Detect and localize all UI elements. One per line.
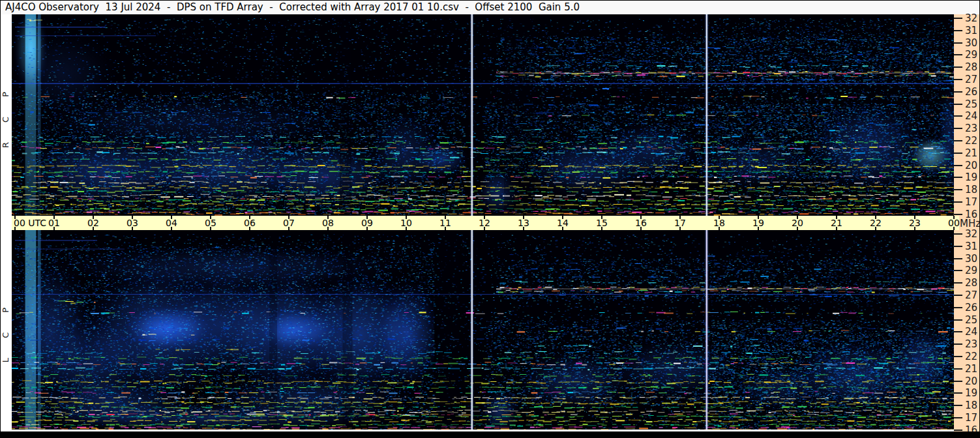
title-bar: AJ4CO Observatory 13 Jul 2024 - DPS on T…: [1, 1, 979, 14]
frequency-tick-label: 25: [965, 315, 979, 325]
time-tick-label: 19: [752, 218, 764, 228]
frequency-tick-label: 21: [965, 364, 979, 374]
time-tick-label: 20: [792, 218, 803, 228]
frequency-tick: [954, 177, 962, 178]
frequency-tick: [954, 319, 962, 321]
frequency-tick: [954, 282, 962, 284]
frequency-tick: [954, 140, 962, 141]
frequency-tick: [954, 392, 962, 394]
frequency-tick-label: 17: [965, 413, 979, 423]
time-tick-label: 16: [635, 218, 647, 228]
time-tick-label: 05: [205, 218, 216, 228]
time-tick-label: 10: [400, 218, 412, 228]
frequency-tick-label: 28: [965, 278, 979, 288]
time-tick-label: 15: [596, 218, 608, 228]
frequency-tick: [954, 295, 962, 296]
lcp-panel-label: L C P: [1, 292, 12, 370]
rcp-spectrogram: [12, 14, 954, 216]
frequency-tick-label: 31: [965, 25, 979, 36]
time-tick-label: 22: [870, 218, 882, 228]
time-tick-label: 03: [126, 218, 138, 228]
time-tick-label: 01: [48, 218, 60, 228]
frequency-tick: [954, 258, 962, 259]
frequency-tick: [954, 66, 962, 68]
frequency-tick-label: 19: [965, 172, 979, 182]
dps-spectrograph-window: AJ4CO Observatory 13 Jul 2024 - DPS on T…: [0, 0, 980, 438]
frequency-tick-label: 26: [965, 302, 979, 313]
frequency-tick: [954, 405, 962, 406]
frequency-tick: [954, 189, 962, 190]
frequency-tick-label: 27: [965, 74, 979, 85]
time-tick-label: 06: [244, 218, 256, 228]
frequency-tick: [954, 165, 962, 166]
window-title: AJ4CO Observatory 13 Jul 2024 - DPS on T…: [1, 1, 580, 14]
frequency-tick: [954, 246, 962, 247]
time-tick-label: 12: [479, 218, 490, 228]
frequency-tick-label: 24: [965, 327, 979, 337]
frequency-tick-label: 30: [965, 254, 979, 264]
time-tick-label: 17: [674, 218, 686, 228]
frequency-tick-label: 32: [965, 229, 979, 239]
frequency-tick-label: 25: [965, 99, 979, 110]
frequency-tick: [954, 115, 962, 117]
time-tick-label: 02: [87, 218, 99, 228]
frequency-tick: [954, 430, 962, 431]
frequency-tick-label: 22: [965, 136, 979, 146]
frequency-axis-rcp: 3231302928272625242322212019181716: [954, 14, 980, 216]
frequency-tick-label: 26: [965, 87, 979, 97]
time-tick-label: 21: [831, 218, 842, 228]
time-tick-label: 09: [361, 218, 373, 228]
frequency-tick-label: 23: [965, 123, 979, 134]
frequency-tick-label: 29: [965, 50, 979, 60]
frequency-tick: [954, 381, 962, 382]
frequency-tick: [954, 30, 962, 31]
time-tick-label: 08: [322, 218, 334, 228]
frequency-tick: [954, 128, 962, 129]
frequency-unit-label: MHz: [960, 218, 980, 229]
frequency-tick: [954, 233, 962, 235]
frequency-tick-label: 32: [965, 13, 979, 23]
frequency-tick-label: 27: [965, 290, 979, 300]
bottom-strip: [1, 431, 979, 438]
frequency-tick-label: 19: [965, 388, 979, 398]
time-tick-label: 13: [518, 218, 529, 228]
frequency-tick-label: 18: [965, 400, 979, 411]
lcp-spectrogram: [12, 230, 954, 430]
frequency-tick-label: 20: [965, 160, 979, 171]
frequency-tick: [954, 79, 962, 80]
frequency-tick: [954, 356, 962, 357]
frequency-tick-label: 24: [965, 111, 979, 121]
frequency-tick: [954, 270, 962, 271]
frequency-axis-lcp: 3231302928272625242322212019181716: [954, 230, 980, 431]
frequency-tick: [954, 91, 962, 93]
frequency-tick-label: 17: [965, 197, 979, 207]
frequency-tick: [954, 104, 962, 105]
frequency-tick-label: 31: [965, 241, 979, 252]
frequency-tick: [954, 201, 962, 203]
frequency-tick: [954, 153, 962, 154]
rcp-panel-label: R C P: [1, 77, 12, 155]
frequency-tick: [954, 214, 962, 215]
frequency-tick-label: 18: [965, 184, 979, 195]
time-tick-label: 07: [283, 218, 295, 228]
frequency-tick: [954, 343, 962, 345]
frequency-tick: [954, 331, 962, 332]
frequency-tick-label: 30: [965, 38, 979, 48]
frequency-tick-label: 20: [965, 376, 979, 387]
frequency-tick: [954, 54, 962, 55]
frequency-tick: [954, 307, 962, 308]
time-tick-label: 14: [557, 218, 569, 228]
time-tick-label: 00 UTC: [14, 218, 46, 228]
frequency-tick: [954, 368, 962, 370]
frequency-tick-label: 29: [965, 265, 979, 276]
frequency-tick-label: 22: [965, 351, 979, 362]
time-tick-label: 00: [948, 218, 960, 228]
frequency-tick: [954, 42, 962, 44]
frequency-tick: [954, 18, 962, 19]
frequency-tick-label: 28: [965, 62, 979, 72]
frequency-tick-label: 21: [965, 148, 979, 158]
frequency-tick-label: 23: [965, 339, 979, 349]
time-axis: 00 UTC0102030405060708091011121314151617…: [12, 216, 959, 230]
time-tick-label: 11: [439, 218, 451, 228]
frequency-tick: [954, 417, 962, 418]
